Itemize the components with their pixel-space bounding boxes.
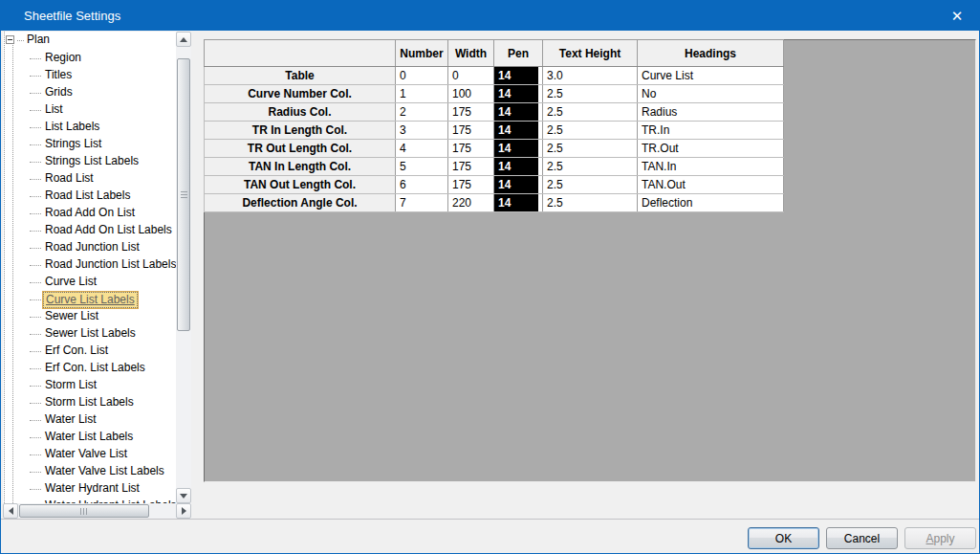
tree-item-label[interactable]: Titles [42,68,75,82]
vertical-scroll-thumb[interactable] [177,58,190,331]
tree-item[interactable]: Road Junction List [3,239,176,256]
tree-item-label[interactable]: Strings List [42,137,104,151]
tree-item[interactable]: Road Add On List Labels [3,222,176,239]
pen-cell[interactable]: 14 [494,140,543,158]
text-height-cell[interactable]: 2.5 [543,85,638,103]
pen-cell[interactable]: 14 [494,176,543,194]
tree-horizontal-scrollbar[interactable] [3,503,191,519]
collapse-minus-icon[interactable] [6,35,14,44]
pen-color-swatch[interactable]: 14 [494,194,538,211]
tree-item[interactable]: Water Valve List [3,446,176,463]
heading-cell[interactable]: TAN.In [638,158,784,176]
text-height-cell[interactable]: 2.5 [543,140,638,158]
pen-cell[interactable]: 14 [494,158,543,176]
scroll-up-button[interactable] [176,32,191,47]
tree-item[interactable]: Curve List [3,274,176,291]
tree-item-label[interactable]: Erf Con. List [42,343,111,358]
tree-item[interactable]: List Labels [3,119,176,136]
width-cell[interactable]: 100 [448,85,494,103]
tree-item[interactable]: Water List [3,411,176,429]
width-cell[interactable]: 175 [448,158,494,176]
tree-item[interactable]: Erf Con. List [3,343,176,360]
tree-item-label[interactable]: Water Valve List [42,447,130,461]
pen-color-swatch[interactable]: 14 [494,67,538,84]
tree-item-label[interactable]: Sewer List Labels [42,326,139,341]
pen-color-swatch[interactable]: 14 [494,103,538,121]
tree-item-label[interactable]: Grids [42,85,76,100]
tree-item[interactable]: Sewer List [3,308,176,325]
tree-item[interactable]: Road List [3,170,176,188]
tree-item[interactable]: Storm List Labels [3,394,176,411]
heading-cell[interactable]: Curve List [638,67,784,85]
tree-item[interactable]: Erf Con. List Labels [3,360,176,377]
tree-item[interactable]: List [3,101,176,119]
tree-item-label[interactable]: Road Junction List Labels [42,257,176,272]
tree-item[interactable]: Road List Labels [3,188,176,205]
scroll-down-button[interactable] [176,488,191,503]
tree-item[interactable]: Sewer List Labels [3,325,176,343]
pen-color-swatch[interactable]: 14 [494,122,538,139]
text-height-cell[interactable]: 2.5 [543,122,638,140]
tree-item[interactable]: Strings List [3,136,176,153]
pen-color-swatch[interactable]: 14 [494,176,538,193]
number-cell[interactable]: 7 [396,194,448,212]
ok-button[interactable]: OK [748,527,819,549]
width-cell[interactable]: 175 [448,176,494,194]
text-height-cell[interactable]: 2.5 [543,158,638,176]
tree-item-label[interactable]: Road List [42,171,97,186]
tree-item-label[interactable]: Sewer List [42,309,101,323]
pen-cell[interactable]: 14 [494,103,543,122]
pen-cell[interactable]: 14 [494,67,543,85]
heading-cell[interactable]: TR.Out [638,140,784,158]
cancel-button[interactable]: Cancel [826,527,898,549]
pen-color-swatch[interactable]: 14 [494,158,538,175]
number-cell[interactable]: 4 [396,140,448,158]
close-button[interactable]: ✕ [935,1,979,31]
pen-color-swatch[interactable]: 14 [494,85,538,102]
tree-item[interactable]: Grids [3,84,176,101]
tree-item-label[interactable]: Erf Con. List Labels [42,361,148,375]
number-cell[interactable]: 6 [396,176,448,194]
tree-item-label-selected[interactable]: Curve List Labels [42,291,139,309]
tree-item[interactable]: Road Add On List [3,205,176,222]
tree-item[interactable]: Strings List Labels [3,153,176,170]
tree-item-label[interactable]: List Labels [42,120,102,134]
tree-item-plan[interactable]: Plan [3,32,176,49]
width-cell[interactable]: 175 [448,103,494,122]
heading-cell[interactable]: Radius [638,103,784,122]
number-cell[interactable]: 2 [396,103,448,122]
tree-item[interactable]: Road Junction List Labels [3,256,176,274]
text-height-cell[interactable]: 2.5 [543,194,638,212]
tree-item-label[interactable]: Plan [24,33,53,47]
tree-item-label[interactable]: List [42,102,66,117]
tree-item-label[interactable]: Storm List Labels [42,395,137,410]
tree-item-label[interactable]: Road Junction List [42,240,142,255]
scroll-left-button[interactable] [3,503,18,519]
heading-cell[interactable]: TR.In [638,122,784,140]
tree-item-label[interactable]: Region [42,51,84,65]
heading-cell[interactable]: TAN.Out [638,176,784,194]
tree-item-label[interactable]: Road Add On List [42,206,138,220]
tree-item[interactable]: Curve List Labels [3,291,176,308]
tree-item[interactable]: Region [3,50,176,67]
width-cell[interactable]: 175 [448,122,494,140]
tree-item-label[interactable]: Road List Labels [42,188,133,203]
heading-cell[interactable]: Deflection [638,194,784,212]
width-cell[interactable]: 220 [448,194,494,212]
pen-cell[interactable]: 14 [494,194,543,212]
tree-item-label[interactable]: Water Valve List Labels [42,464,167,478]
scroll-right-button[interactable] [176,503,191,519]
pen-color-swatch[interactable]: 14 [494,140,538,157]
tree-item[interactable]: Water Valve List Labels [3,463,176,480]
tree-item-label[interactable]: Water Hydrant List [42,481,142,496]
width-cell[interactable]: 0 [448,67,494,85]
heading-cell[interactable]: No [638,85,784,103]
horizontal-scroll-thumb[interactable] [19,504,149,518]
tree-item-label[interactable]: Storm List [42,378,99,392]
pen-cell[interactable]: 14 [494,122,543,140]
tree-item[interactable]: Water Hydrant List [3,480,176,498]
number-cell[interactable]: 0 [396,67,448,85]
tree-item[interactable]: Storm List [3,377,176,394]
tree-item[interactable]: Titles [3,67,176,84]
tree-item-label[interactable]: Water List [42,412,99,427]
